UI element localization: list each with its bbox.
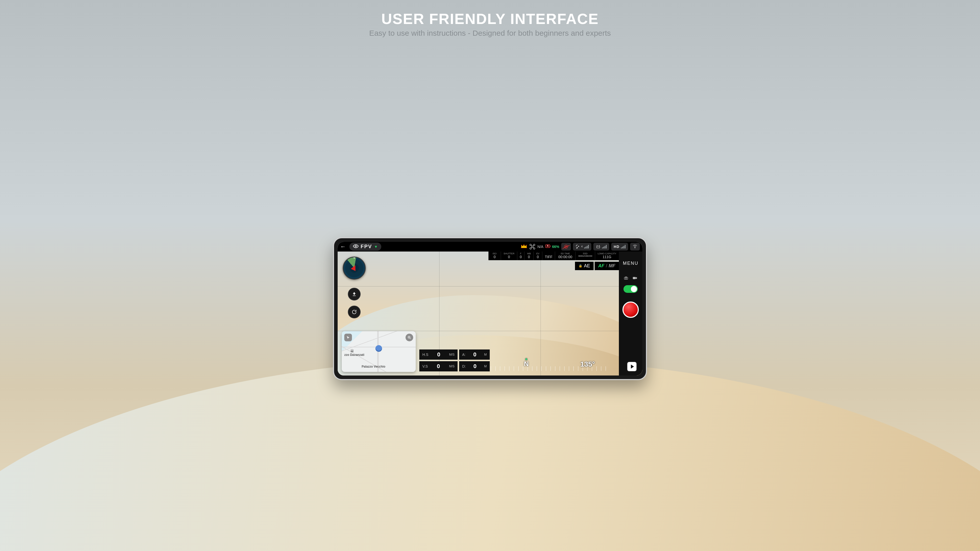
vs-unit: M/S xyxy=(449,365,455,368)
lock-icon: 🔒 xyxy=(579,264,582,268)
map-recenter-button[interactable] xyxy=(344,333,352,341)
flight-mode-selector[interactable]: FPV ▼ xyxy=(349,243,381,251)
svg-line-8 xyxy=(531,247,532,248)
svg-rect-22 xyxy=(633,277,636,279)
wifi-status[interactable] xyxy=(630,243,640,251)
hs-label: H.S xyxy=(422,353,428,357)
photo-video-toggle[interactable] xyxy=(624,285,638,293)
af-mf-separator: / xyxy=(606,263,607,268)
svg-rect-11 xyxy=(550,246,551,247)
alt-value: 0 xyxy=(473,351,476,358)
ev-value: 0 xyxy=(536,255,539,259)
video-icon xyxy=(633,276,637,281)
signal-bars-icon xyxy=(602,245,607,248)
chevron-down-icon: ▼ xyxy=(374,245,378,249)
rc-icon xyxy=(596,245,600,248)
museum-icon: 🏛 xyxy=(350,349,354,353)
background-dune xyxy=(0,358,980,551)
hero: USER FRIENDLY INTERFACE Easy to use with… xyxy=(0,10,980,38)
photo-icon xyxy=(624,276,628,281)
sd-time-value: 00:00:00 xyxy=(558,255,573,259)
distance: D: 0 M xyxy=(459,361,490,372)
svg-point-19 xyxy=(635,247,635,248)
capacity-label: LOMO CAPACITY xyxy=(598,252,616,255)
screen: ← FPV ▼ N/A xyxy=(338,242,642,375)
telemetry-panel: H.S 0 M/S A: 0 M V.S 0 M/S D: 0 M xyxy=(419,349,490,372)
ae-lock-button[interactable]: 🔒 AE xyxy=(575,262,593,270)
radar-heading-arrow xyxy=(351,264,358,271)
svg-point-15 xyxy=(565,246,567,248)
ssd-label: SSD xyxy=(578,252,592,255)
dist-unit: M xyxy=(484,365,487,368)
af-label: AF xyxy=(598,263,605,268)
playback-button[interactable] xyxy=(627,361,637,372)
back-button[interactable]: ← xyxy=(340,243,347,250)
camera-sidebar: MENU xyxy=(619,251,642,375)
battery-status[interactable]: 66% xyxy=(546,244,559,249)
hs-unit: M/S xyxy=(449,353,455,356)
shutter-label: SHUTTER xyxy=(504,252,514,255)
gps-signal[interactable]: 4 xyxy=(573,243,591,251)
svg-rect-16 xyxy=(597,246,600,248)
capacity-value: 111G xyxy=(598,255,616,259)
crown-icon[interactable] xyxy=(520,243,527,250)
hero-subtitle: Easy to use with instructions - Designed… xyxy=(0,29,980,38)
hs-value: 0 xyxy=(437,351,440,358)
minimap[interactable]: 🏛 zzo Davanzati Palazzo Vecchio xyxy=(342,331,416,372)
svg-line-6 xyxy=(531,245,532,246)
battery-warning-icon xyxy=(546,244,551,249)
format-label xyxy=(545,252,552,255)
drone-icon xyxy=(529,244,535,250)
vs-value: 0 xyxy=(437,363,440,370)
video-signal[interactable]: HD xyxy=(611,243,628,251)
svg-point-14 xyxy=(564,245,568,248)
iso-label: ISO xyxy=(491,252,498,255)
dist-value: 0 xyxy=(473,363,476,370)
dist-label: D: xyxy=(462,364,466,368)
exposure-focus-controls: 🔒 AE AF / MF xyxy=(575,262,619,270)
return-home-button[interactable] xyxy=(348,306,361,318)
svg-point-21 xyxy=(625,278,627,279)
menu-button[interactable]: MENU xyxy=(623,261,638,266)
ssd-value: 3840x2160/240 xyxy=(578,255,592,257)
mf-label: MF xyxy=(609,263,615,268)
ev-label: EV xyxy=(536,252,539,255)
aperture-label: F xyxy=(520,252,522,255)
map-zoom-out-button[interactable] xyxy=(406,333,413,341)
drone-status-text: N/A xyxy=(538,245,543,249)
vs-label: V.S xyxy=(422,364,428,368)
attitude-indicator[interactable] xyxy=(343,257,366,279)
compass-ruler: N 135° xyxy=(491,358,609,371)
format-value: TIFF xyxy=(545,255,552,259)
drone-connection-status[interactable]: N/A xyxy=(529,244,543,250)
af-mf-toggle[interactable]: AF / MF xyxy=(595,262,619,270)
map-label-1: zzo Davanzati xyxy=(344,353,364,357)
signal-bars-icon xyxy=(621,245,625,248)
wb-label: WB xyxy=(527,252,531,255)
horizontal-speed: H.S 0 M/S xyxy=(419,349,458,360)
hd-label: HD xyxy=(614,245,619,249)
rc-signal[interactable] xyxy=(593,243,609,251)
wifi-icon xyxy=(633,244,637,249)
record-button[interactable] xyxy=(622,302,639,318)
svg-line-26 xyxy=(410,338,411,339)
hero-title: USER FRIENDLY INTERFACE xyxy=(0,10,980,27)
svg-line-9 xyxy=(533,247,534,248)
svg-rect-23 xyxy=(353,295,356,296)
wb-value: 0 xyxy=(527,255,531,259)
alt-label: A: xyxy=(462,353,466,357)
compass-heading: 135° xyxy=(580,360,595,368)
vertical-speed: V.S 0 M/S xyxy=(419,361,458,372)
radar-north-tick xyxy=(353,257,355,259)
satellite-icon xyxy=(576,245,579,249)
battery-percent: 66% xyxy=(552,245,559,249)
altitude: A: 0 M xyxy=(459,349,490,360)
svg-point-0 xyxy=(355,245,356,247)
takeoff-button[interactable] xyxy=(348,288,361,300)
drone-location-marker xyxy=(375,345,382,352)
obstacle-avoidance-status[interactable] xyxy=(561,243,571,251)
compass-north: N xyxy=(524,360,529,368)
aperture-value: 0 xyxy=(520,255,522,259)
camera-parameters[interactable]: ISO0 SHUTTER0 F0 WB0 EV0 TIFF SD TIME00:… xyxy=(488,251,619,260)
device-frame: ← FPV ▼ N/A xyxy=(333,237,647,380)
